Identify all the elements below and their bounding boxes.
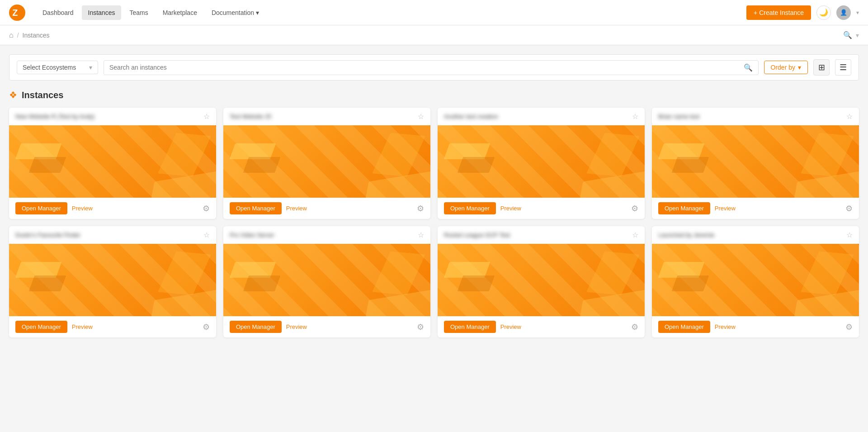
instance-card: Rocket League GCP Test ☆ Open Manager Pr…: [438, 226, 645, 337]
create-instance-button[interactable]: + Create Instance: [746, 5, 811, 20]
user-menu-chevron[interactable]: ▾: [856, 9, 859, 16]
list-icon: ☰: [840, 62, 847, 72]
ecosystem-select[interactable]: Select Ecosystems ▾: [17, 61, 98, 74]
card-header: New Website R (Test by Andy) ☆: [9, 108, 216, 125]
settings-icon[interactable]: ⚙: [203, 322, 210, 332]
settings-icon[interactable]: ⚙: [845, 322, 853, 332]
card-footer: Open Manager Preview ⚙: [438, 198, 645, 219]
star-icon[interactable]: ☆: [418, 112, 424, 121]
breadcrumb-search-icon[interactable]: 🔍: [843, 31, 852, 39]
star-icon[interactable]: ☆: [632, 231, 638, 239]
card-title: New Website R (Test by Andy): [15, 113, 203, 120]
settings-icon[interactable]: ⚙: [417, 204, 424, 214]
open-manager-button[interactable]: Open Manager: [444, 202, 496, 214]
navbar: Z Dashboard Instances Teams Marketplace …: [0, 0, 868, 25]
instance-card: Dustin's Favourite Finder ☆ Open Manager…: [9, 226, 216, 337]
card-header: Dustin's Favourite Finder ☆: [9, 226, 216, 244]
card-footer: Open Manager Preview ⚙: [9, 316, 216, 337]
card-thumbnail: [9, 244, 216, 316]
filter-bar: Select Ecosystems ▾ 🔍 Order by ▾ ⊞ ☰: [9, 54, 859, 81]
card-title: Dustin's Favourite Finder: [15, 232, 203, 238]
nav-dashboard[interactable]: Dashboard: [36, 5, 80, 20]
breadcrumb-home[interactable]: ⌂: [9, 31, 14, 39]
card-header: Launched by Jeremie ☆: [652, 226, 859, 244]
preview-link[interactable]: Preview: [286, 205, 307, 212]
svg-text:Z: Z: [12, 8, 18, 18]
card-header: Brian name test ☆: [652, 108, 859, 125]
open-manager-button[interactable]: Open Manager: [444, 321, 496, 333]
star-icon[interactable]: ☆: [203, 112, 210, 121]
section-title: ❖ Instances: [9, 90, 859, 100]
chevron-down-icon: ▾: [256, 9, 259, 16]
preview-link[interactable]: Preview: [500, 323, 521, 330]
card-footer: Open Manager Preview ⚙: [652, 198, 859, 219]
avatar[interactable]: 👤: [836, 5, 851, 20]
card-thumbnail: [652, 244, 859, 316]
preview-link[interactable]: Preview: [72, 323, 93, 330]
nav-teams[interactable]: Teams: [123, 5, 154, 20]
card-thumbnail: [438, 125, 645, 198]
instance-card: Another test creation ☆ Open Manager Pre…: [438, 108, 645, 219]
settings-icon[interactable]: ⚙: [417, 322, 424, 332]
list-view-button[interactable]: ☰: [835, 59, 851, 76]
breadcrumb-current: Instances: [23, 32, 50, 39]
ecosystem-chevron-icon: ▾: [89, 64, 92, 71]
star-icon[interactable]: ☆: [203, 231, 210, 239]
theme-toggle-button[interactable]: 🌙: [816, 5, 831, 20]
open-manager-button[interactable]: Open Manager: [230, 321, 282, 333]
star-icon[interactable]: ☆: [418, 231, 424, 239]
card-footer: Open Manager Preview ⚙: [223, 198, 430, 219]
star-icon[interactable]: ☆: [632, 112, 638, 121]
order-by-button[interactable]: Order by ▾: [764, 61, 808, 74]
instance-grid: New Website R (Test by Andy) ☆ Open Mana…: [9, 108, 859, 337]
open-manager-button[interactable]: Open Manager: [15, 321, 67, 333]
preview-link[interactable]: Preview: [286, 323, 307, 330]
card-title: Pro Video Server: [230, 232, 418, 238]
breadcrumb-chevron[interactable]: ▾: [856, 32, 859, 39]
nav-marketplace[interactable]: Marketplace: [156, 5, 203, 20]
instance-card: Launched by Jeremie ☆ Open Manager Previ…: [652, 226, 859, 337]
grid-view-button[interactable]: ⊞: [813, 59, 830, 76]
nav-documentation[interactable]: Documentation ▾: [205, 5, 265, 20]
search-bar: 🔍: [104, 60, 759, 75]
open-manager-button[interactable]: Open Manager: [658, 202, 710, 214]
preview-link[interactable]: Preview: [500, 205, 521, 212]
grid-icon: ⊞: [818, 62, 825, 72]
breadcrumb-bar: ⌂ / Instances 🔍 ▾: [0, 25, 868, 45]
logo[interactable]: Z: [9, 5, 25, 21]
card-footer: Open Manager Preview ⚙: [223, 316, 430, 337]
avatar-initials: 👤: [840, 9, 847, 16]
card-header: Rocket League GCP Test ☆: [438, 226, 645, 244]
page-title: Instances: [22, 90, 63, 100]
moon-icon: 🌙: [819, 8, 828, 17]
settings-icon[interactable]: ⚙: [631, 322, 638, 332]
card-title: Test Website 25: [230, 113, 418, 120]
star-icon[interactable]: ☆: [846, 112, 853, 121]
star-icon[interactable]: ☆: [846, 231, 853, 239]
card-footer: Open Manager Preview ⚙: [438, 316, 645, 337]
instance-card: Brian name test ☆ Open Manager Preview ⚙: [652, 108, 859, 219]
settings-icon[interactable]: ⚙: [631, 204, 638, 214]
ecosystem-label: Select Ecosystems: [23, 64, 76, 71]
preview-link[interactable]: Preview: [715, 205, 736, 212]
settings-icon[interactable]: ⚙: [203, 204, 210, 214]
breadcrumb-search-area: 🔍 ▾: [843, 31, 859, 39]
breadcrumb-separator: /: [17, 32, 19, 39]
card-title: Brian name test: [658, 113, 846, 120]
card-header: Test Website 25 ☆: [223, 108, 430, 125]
order-by-label: Order by: [771, 64, 795, 71]
card-thumbnail: [652, 125, 859, 198]
search-input[interactable]: [109, 64, 740, 71]
order-by-chevron-icon: ▾: [798, 64, 801, 71]
settings-icon[interactable]: ⚙: [845, 204, 853, 214]
preview-link[interactable]: Preview: [72, 205, 93, 212]
nav-instances[interactable]: Instances: [82, 5, 122, 20]
card-header: Pro Video Server ☆: [223, 226, 430, 244]
card-title: Rocket League GCP Test: [444, 232, 632, 238]
open-manager-button[interactable]: Open Manager: [230, 202, 282, 214]
open-manager-button[interactable]: Open Manager: [15, 202, 67, 214]
preview-link[interactable]: Preview: [715, 323, 736, 330]
open-manager-button[interactable]: Open Manager: [658, 321, 710, 333]
card-thumbnail: [438, 244, 645, 316]
instance-card: Pro Video Server ☆ Open Manager Preview …: [223, 226, 430, 337]
